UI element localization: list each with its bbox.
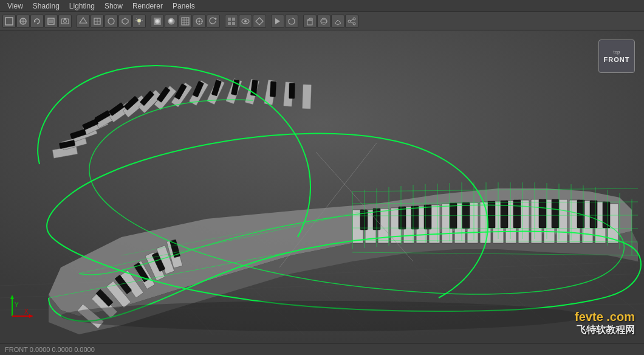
svg-rect-95 bbox=[399, 207, 406, 229]
tb-light[interactable] bbox=[132, 15, 146, 28]
toolbar bbox=[0, 12, 644, 30]
tb-history[interactable] bbox=[207, 15, 220, 28]
tb-camera[interactable] bbox=[58, 15, 72, 28]
svg-rect-9 bbox=[64, 18, 66, 19]
tb-subdiv[interactable] bbox=[118, 15, 132, 28]
tb-scale[interactable] bbox=[44, 15, 58, 28]
viewport-label: top FRONT bbox=[598, 40, 635, 73]
svg-rect-137 bbox=[302, 84, 311, 109]
svg-rect-6 bbox=[49, 19, 53, 23]
svg-point-49 bbox=[321, 18, 327, 24]
svg-point-32 bbox=[199, 20, 200, 22]
svg-point-14 bbox=[108, 18, 114, 24]
menu-panels[interactable]: Panels bbox=[168, 0, 200, 12]
svg-marker-51 bbox=[335, 20, 341, 25]
tb-plane[interactable] bbox=[331, 15, 344, 28]
watermark: fevte .com 飞特软教程网 bbox=[575, 310, 635, 337]
tb-select[interactable] bbox=[2, 15, 16, 28]
svg-line-21 bbox=[140, 18, 142, 19]
tb-material[interactable] bbox=[165, 15, 178, 28]
svg-point-25 bbox=[168, 18, 174, 24]
tb-arrow[interactable] bbox=[271, 15, 284, 28]
svg-rect-96 bbox=[411, 206, 419, 229]
svg-point-53 bbox=[348, 20, 351, 22]
tb-wireframe[interactable] bbox=[253, 15, 266, 28]
menu-renderer[interactable]: Renderer bbox=[128, 0, 168, 12]
tb-share[interactable] bbox=[345, 15, 358, 28]
tb-show-hide[interactable] bbox=[239, 15, 252, 28]
toolbar-group-4 bbox=[225, 15, 266, 28]
watermark-line2: 飞特软教程网 bbox=[575, 324, 635, 337]
toolbar-group-6 bbox=[303, 15, 358, 28]
tb-cube[interactable] bbox=[303, 15, 317, 28]
svg-rect-39 bbox=[232, 18, 235, 21]
tb-grid[interactable] bbox=[225, 15, 238, 28]
tb-snap[interactable] bbox=[193, 15, 206, 28]
svg-point-54 bbox=[353, 22, 355, 25]
svg-rect-46 bbox=[307, 20, 312, 25]
svg-rect-103 bbox=[539, 199, 546, 228]
viewport-cube-top: top bbox=[613, 49, 620, 55]
svg-rect-26 bbox=[182, 18, 189, 25]
svg-point-8 bbox=[64, 19, 67, 22]
watermark-line1: fevte .com bbox=[575, 310, 635, 324]
svg-point-24 bbox=[156, 20, 159, 22]
svg-marker-10 bbox=[80, 18, 87, 23]
status-bar: FRONT 0.0000 0.0000 0.0000 bbox=[0, 343, 644, 355]
tb-render[interactable] bbox=[151, 15, 164, 28]
menu-shading[interactable]: Shading bbox=[28, 0, 64, 12]
menu-bar: View Shading Lighting Show Renderer Pane… bbox=[0, 0, 644, 12]
svg-marker-15 bbox=[122, 18, 128, 24]
svg-marker-37 bbox=[215, 18, 217, 20]
svg-rect-151 bbox=[270, 81, 276, 97]
svg-rect-101 bbox=[501, 201, 508, 228]
toolbar-group-1 bbox=[2, 15, 72, 28]
svg-marker-44 bbox=[256, 18, 263, 25]
toolbar-group-3 bbox=[151, 15, 220, 28]
svg-line-56 bbox=[351, 22, 353, 23]
tb-nurbs[interactable] bbox=[104, 15, 118, 28]
svg-rect-38 bbox=[228, 18, 231, 21]
svg-rect-104 bbox=[552, 199, 559, 228]
svg-marker-45 bbox=[275, 18, 280, 24]
svg-point-43 bbox=[244, 20, 247, 22]
svg-rect-0 bbox=[5, 18, 13, 25]
svg-point-52 bbox=[353, 18, 355, 20]
svg-line-55 bbox=[351, 19, 353, 21]
svg-text:Y: Y bbox=[15, 302, 19, 308]
svg-rect-152 bbox=[289, 83, 295, 98]
tb-lasso[interactable] bbox=[285, 15, 298, 28]
status-text: FRONT 0.0000 0.0000 0.0000 bbox=[5, 346, 95, 353]
tb-rotate[interactable] bbox=[30, 15, 44, 28]
svg-point-50 bbox=[321, 19, 327, 22]
svg-text:X: X bbox=[24, 308, 29, 315]
svg-rect-41 bbox=[232, 22, 235, 25]
piano-3d-scene: Y X bbox=[0, 30, 644, 343]
viewport-direction: FRONT bbox=[604, 56, 630, 63]
tb-poly[interactable] bbox=[91, 15, 104, 28]
tb-texture[interactable] bbox=[179, 15, 192, 28]
svg-point-188 bbox=[61, 301, 583, 331]
svg-rect-106 bbox=[590, 201, 597, 228]
menu-view[interactable]: View bbox=[2, 0, 28, 12]
tb-sphere[interactable] bbox=[317, 15, 331, 28]
menu-show[interactable]: Show bbox=[100, 0, 128, 12]
viewport-3d[interactable]: Y X top FRONT fevte .com 飞特软教程网 bbox=[0, 30, 644, 343]
svg-rect-102 bbox=[513, 200, 521, 228]
toolbar-group-5 bbox=[271, 15, 298, 28]
menu-lighting[interactable]: Lighting bbox=[64, 0, 100, 12]
svg-rect-40 bbox=[228, 22, 231, 25]
tb-mesh[interactable] bbox=[77, 15, 90, 28]
tb-move[interactable] bbox=[16, 15, 30, 28]
toolbar-group-2 bbox=[77, 15, 146, 28]
svg-line-20 bbox=[137, 18, 138, 19]
